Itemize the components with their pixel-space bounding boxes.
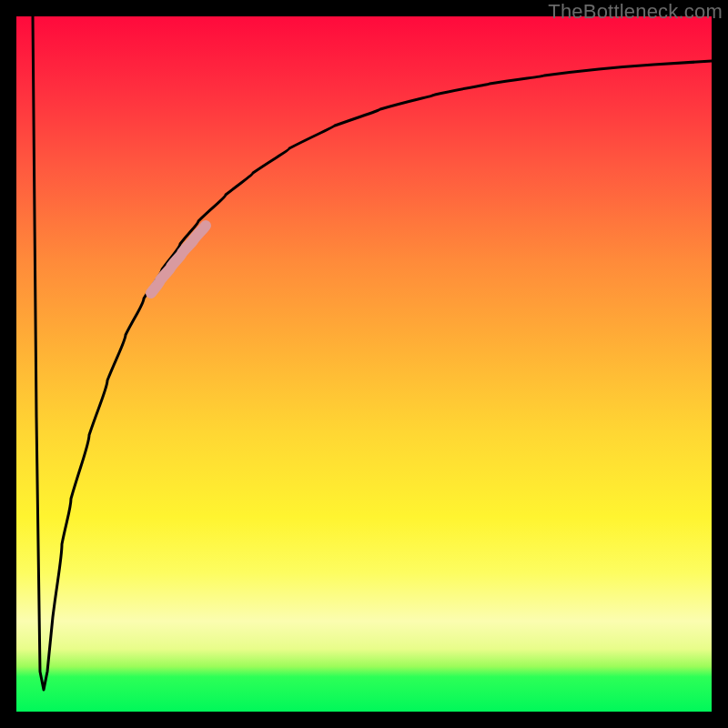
bottleneck-curve [33,16,712,690]
plot-area [16,16,712,712]
watermark-text: TheBottleneck.com [548,0,723,24]
highlight-segment [151,226,206,293]
chart-frame: TheBottleneck.com [0,0,728,728]
curve-layer [16,16,712,712]
